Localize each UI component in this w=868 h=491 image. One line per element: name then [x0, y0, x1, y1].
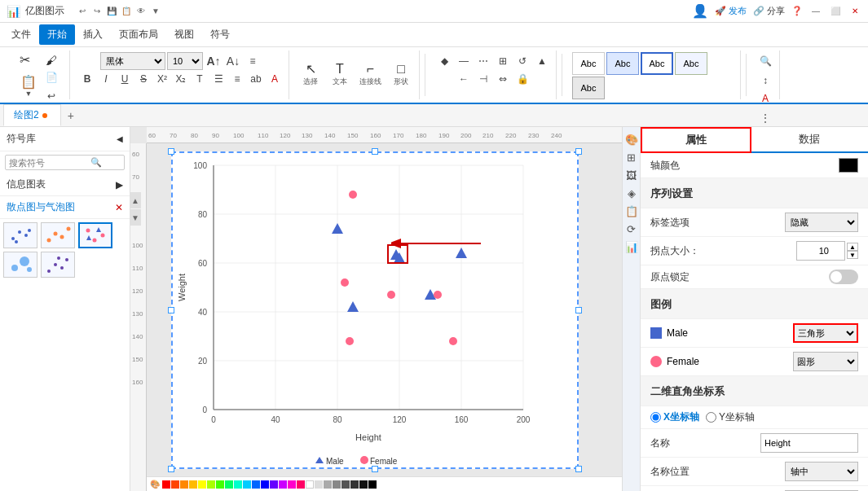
dash-btn[interactable]: ⋯	[474, 52, 492, 70]
font-color-btn[interactable]: A	[266, 70, 284, 88]
y-axis-radio-label[interactable]: Y坐标轴	[706, 410, 755, 424]
select-tool-btn[interactable]: ↖ 选择	[297, 61, 324, 89]
color-cell-12[interactable]	[261, 480, 269, 489]
chart-selection[interactable]: 0 20 40 60 80 100 0 40 80 120 160	[171, 151, 579, 469]
align-left-btn[interactable]: ←	[455, 70, 473, 88]
window-minimize[interactable]: —	[809, 5, 822, 18]
handle-tl[interactable]	[168, 148, 174, 155]
fill-btn[interactable]: ◆	[435, 52, 453, 70]
sidebar-section-scatter[interactable]: 散点图与气泡图 ✕	[0, 196, 130, 219]
font-format-btn[interactable]: T	[191, 70, 209, 88]
publish-btn[interactable]: 🚀 发布	[715, 5, 747, 17]
italic-btn[interactable]: I	[97, 70, 115, 88]
color-cell-19[interactable]	[324, 480, 332, 489]
color-cell-15[interactable]	[288, 480, 296, 489]
highlight-btn[interactable]: ab	[247, 70, 265, 88]
list-btn[interactable]: ☰	[209, 70, 227, 88]
panel-icon-history[interactable]: ⟳	[624, 221, 639, 236]
chart-thumb-3[interactable]	[78, 222, 112, 248]
handle-bc[interactable]	[372, 466, 378, 472]
superscript-btn[interactable]: X²	[153, 70, 171, 88]
share-btn[interactable]: 🔗 分享	[753, 5, 785, 17]
color-cell-18[interactable]	[315, 480, 323, 489]
sidebar-nav-up[interactable]: ▲	[130, 192, 141, 208]
shadow-btn[interactable]: ▲	[533, 52, 551, 70]
paste-btn[interactable]: 📋 ▼	[15, 74, 42, 99]
color-cell-10[interactable]	[243, 480, 251, 489]
color-cell-7[interactable]	[216, 480, 224, 489]
copy-btn[interactable]: 📋	[120, 5, 133, 18]
x-axis-radio-label[interactable]: X坐标轴	[650, 410, 699, 424]
redo-btn[interactable]: ↪	[90, 5, 104, 18]
subscript-btn[interactable]: X₂	[172, 70, 190, 88]
undo2-btn[interactable]: ↩	[42, 87, 60, 105]
font-size-select[interactable]: 108121416	[167, 52, 203, 70]
point-size-input[interactable]	[796, 241, 845, 261]
window-restore[interactable]: ⬜	[829, 5, 842, 18]
sidebar-search-box[interactable]: 🔍	[5, 155, 125, 170]
line-btn[interactable]: —	[455, 52, 473, 70]
panel-icon-grid[interactable]: ⊞	[624, 150, 639, 164]
color-cell-3[interactable]	[180, 480, 188, 489]
color-cell-20[interactable]	[333, 480, 341, 489]
color-cell-16[interactable]	[297, 480, 305, 489]
align-center-btn[interactable]: ⊣	[474, 70, 492, 88]
label-option-select[interactable]: 隐藏 显示	[785, 213, 858, 232]
find-btn[interactable]: 🔍	[756, 52, 774, 70]
origin-lock-toggle[interactable]	[829, 270, 858, 284]
axis-name-pos-select[interactable]: 轴中 轴首 轴尾	[785, 462, 858, 481]
color-bar-icon[interactable]: 🎨	[150, 480, 160, 489]
font-decrease-btn[interactable]: A↓	[224, 52, 242, 70]
panel-icon-chart[interactable]: 📊	[624, 239, 639, 254]
panel-tab-data[interactable]: 数据	[751, 127, 869, 151]
style-box-1[interactable]: Abc	[572, 52, 605, 75]
color-cell-8[interactable]	[225, 480, 233, 489]
more-btn[interactable]: ▼	[149, 5, 162, 18]
text-tool-btn[interactable]: T 文本	[327, 61, 353, 89]
chart-thumb-1[interactable]	[3, 222, 37, 248]
color-cell-13[interactable]	[270, 480, 278, 489]
cut-btn[interactable]: ✂	[11, 52, 37, 68]
shape-tool-btn[interactable]: □ 形状	[388, 61, 414, 89]
window-close[interactable]: ✕	[848, 5, 861, 18]
menu-file[interactable]: 文件	[3, 24, 39, 45]
panel-icon-table[interactable]: 📋	[624, 204, 639, 218]
y-axis-radio[interactable]	[706, 412, 716, 423]
align-btn[interactable]: ≡	[244, 52, 262, 70]
color-cell-1[interactable]	[162, 480, 170, 489]
font-increase-btn[interactable]: A↑	[205, 52, 223, 70]
point-size-up[interactable]: ▲	[847, 243, 858, 251]
handle-tr[interactable]	[575, 148, 582, 155]
handle-bl[interactable]	[168, 466, 174, 472]
menu-symbol[interactable]: 符号	[202, 24, 238, 45]
color-cell-23[interactable]	[359, 480, 368, 489]
color-cell-5[interactable]	[198, 480, 206, 489]
style-box-5[interactable]: Abc	[572, 77, 605, 99]
panel-tab-properties[interactable]: 属性	[641, 127, 751, 153]
male-shape-select[interactable]: 三角形 圆形 方形 菱形	[793, 323, 858, 343]
color-cell-17[interactable]	[306, 480, 314, 489]
replace-btn[interactable]: ↕	[756, 72, 774, 90]
bold-btn[interactable]: B	[78, 70, 96, 88]
axis-name-input[interactable]	[760, 433, 858, 453]
sidebar-section-info[interactable]: 信息图表 ▶	[0, 173, 130, 196]
border-color-swatch[interactable]	[839, 158, 858, 173]
handle-ml[interactable]	[168, 307, 174, 313]
menu-insert[interactable]: 插入	[75, 24, 111, 45]
style-box-3[interactable]: Abc	[641, 52, 673, 75]
color-cell-21[interactable]	[341, 480, 350, 489]
lock-btn[interactable]: 🔒	[513, 70, 531, 88]
panel-icon-style[interactable]: 🎨	[624, 132, 639, 147]
color-cell-2[interactable]	[171, 480, 179, 489]
color-cell-9[interactable]	[234, 480, 242, 489]
x-axis-radio[interactable]	[650, 412, 661, 423]
female-shape-select[interactable]: 圆形 三角形 方形 菱形	[793, 352, 858, 371]
rotate-btn[interactable]: ↺	[513, 52, 531, 70]
sidebar-nav-down[interactable]: ▼	[130, 209, 141, 226]
preview-btn[interactable]: 👁	[134, 5, 148, 18]
font-family-select[interactable]: 黑体 宋体 微软雅黑	[100, 52, 165, 70]
color-cell-24[interactable]	[368, 480, 377, 489]
font-color2-btn[interactable]: A	[756, 90, 774, 107]
handle-mr[interactable]	[575, 307, 582, 313]
menu-start[interactable]: 开始	[39, 24, 75, 45]
